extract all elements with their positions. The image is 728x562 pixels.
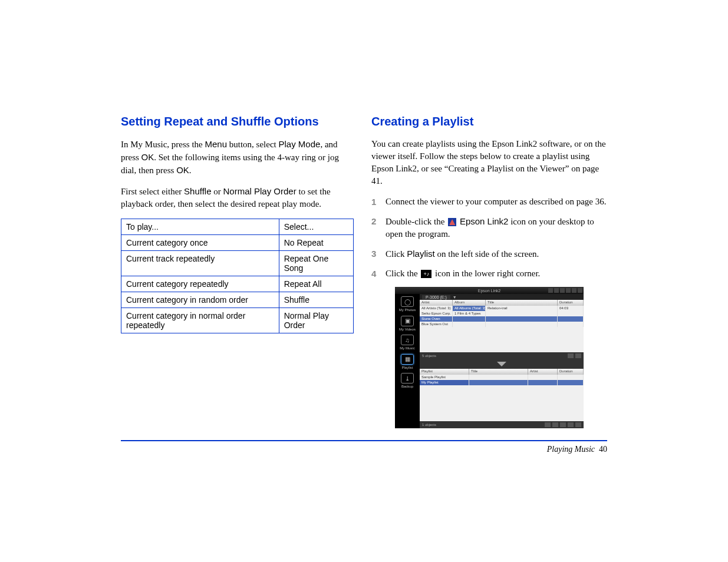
window-title: Epson Link2 [478, 289, 501, 293]
table-header-select: Select... [279, 219, 353, 235]
epson-link2-screenshot: Epson Link2 ◯My Photos ▣My Videos ♫My Mu… [395, 287, 584, 428]
status-text: 1 objects [422, 423, 436, 427]
window-titlebar: Epson Link2 [395, 287, 584, 294]
text: on the left side of the screen. [435, 249, 539, 259]
page-content: Setting Repeat and Shuffle Options In My… [121, 115, 607, 454]
repeat-options-table: To play... Select... Current category on… [121, 219, 354, 333]
footer-section: Playing Music [547, 445, 595, 454]
col-playlist[interactable]: Playlist [420, 369, 469, 375]
text: Click the [386, 269, 420, 278]
app-toolbar: P-3000 (E:) ▼ [420, 294, 584, 300]
ui-label-normal-order: Normal Play Order [223, 186, 297, 196]
col-album[interactable]: Album [453, 300, 486, 306]
upper-grid-body[interactable]: All Artists (Total: 3)All Albums (Total:… [420, 306, 584, 352]
col-duration[interactable]: Duration [558, 300, 584, 306]
list-item: Blue System Out [420, 322, 584, 327]
table-row: Current category repeatedlyRepeat All [121, 276, 354, 292]
sidebar-item-music[interactable]: ♫My Music [397, 335, 418, 351]
action-icon[interactable] [575, 353, 581, 358]
text: . Set the following items using the 4-wa… [121, 153, 339, 175]
backup-icon: ⤓ [401, 373, 414, 384]
table-row: Current category in random orderShuffle [121, 292, 354, 308]
text: In My Music, press the [121, 140, 205, 149]
action-icon[interactable] [568, 422, 574, 427]
para-playmode-intro: In My Music, press the Menu button, sele… [121, 138, 354, 177]
col-artist[interactable]: Artist [528, 369, 558, 375]
col-title[interactable]: Title [486, 300, 558, 306]
para-shuffle-order: First select either Shuffle or Normal Pl… [121, 185, 354, 210]
table-row: Current track repeatedlyRepeat One Song [121, 251, 354, 276]
col-duration[interactable]: Duration [558, 369, 584, 375]
ui-label-ok: OK [176, 165, 189, 175]
app-sidebar: ◯My Photos ▣My Videos ♫My Music ▦Playlis… [395, 294, 420, 428]
upper-grid-header: Artist Album Title Duration [420, 300, 584, 306]
ui-label-epson-link2: Epson Link2 [460, 216, 509, 226]
action-icon[interactable] [560, 422, 566, 427]
ui-label-ok: OK [141, 152, 154, 162]
step-1: Connect the viewer to your computer as d… [371, 196, 607, 208]
status-text: 5 objects [422, 354, 436, 358]
list-item: My Playlist [420, 380, 584, 385]
playlist-icon: ▦ [401, 354, 414, 365]
lower-status-bar: 1 objects [420, 421, 584, 428]
add-playlist-icon[interactable] [545, 422, 551, 427]
list-item: Seiko Epson Corp.1 Film & 4 Types [420, 311, 584, 316]
lower-grid-body[interactable]: Sample Playlist My Playlist [420, 375, 584, 421]
dropdown-icon[interactable]: ▼ [453, 295, 457, 299]
step-2: Double-click the Epson Link2 icon on you… [371, 215, 607, 240]
text: or [212, 187, 223, 196]
window-controls [548, 288, 582, 293]
ui-label-playmode: Play Mode [279, 139, 321, 149]
col-title[interactable]: Title [469, 369, 528, 375]
sidebar-item-playlist[interactable]: ▦Playlist [397, 354, 418, 370]
ui-label-playlist: Playlist [407, 249, 435, 259]
page-number: 40 [599, 445, 607, 454]
camera-icon: ◯ [401, 296, 414, 307]
text: button, select [227, 140, 278, 149]
delete-icon[interactable] [568, 353, 574, 358]
right-column: Creating a Playlist You can create playl… [371, 115, 607, 428]
list-item: Sample Playlist [420, 375, 584, 380]
left-column: Setting Repeat and Shuffle Options In My… [121, 115, 354, 428]
footer-rule [121, 440, 607, 441]
list-item: All Artists (Total: 3)All Albums (Total:… [420, 306, 584, 311]
text: First select either [121, 187, 184, 196]
add-playlist-icon: +♪ [421, 270, 431, 278]
text: icon in the lower right corner. [433, 269, 540, 278]
table-row: Current category in normal order repeate… [121, 308, 354, 333]
lower-grid-header: Playlist Title Artist Duration [420, 369, 584, 375]
table-header-toplay: To play... [121, 219, 279, 235]
heading-creating-playlist: Creating a Playlist [371, 115, 607, 128]
arrow-down-icon [497, 362, 506, 366]
transfer-arrow [420, 359, 584, 369]
text: Double-click the [386, 217, 447, 226]
epson-link2-icon [448, 218, 456, 226]
list-item: Stone Oven [420, 316, 584, 322]
table-row: Current category onceNo Repeat [121, 235, 354, 251]
sidebar-item-backup[interactable]: ⤓Backup [397, 373, 418, 389]
step-3: Click Playlist on the left side of the s… [371, 247, 607, 260]
steps-list: Connect the viewer to your computer as d… [371, 196, 607, 280]
ui-label-menu: Menu [205, 139, 228, 149]
action-icon[interactable] [575, 422, 581, 427]
upper-status-bar: 5 objects [420, 352, 584, 359]
col-artist[interactable]: Artist [420, 300, 453, 306]
heading-repeat-shuffle: Setting Repeat and Shuffle Options [121, 115, 354, 128]
step-4: Click the +♪ icon in the lower right cor… [371, 267, 607, 280]
ui-label-shuffle: Shuffle [184, 186, 211, 196]
sidebar-item-photos[interactable]: ◯My Photos [397, 296, 418, 312]
music-icon: ♫ [401, 335, 414, 345]
drive-selector[interactable]: P-3000 (E:) [422, 295, 450, 299]
page-footer: Playing Music 40 [121, 445, 607, 454]
para-playlist-intro: You can create playlists using the Epson… [371, 138, 607, 187]
video-icon: ▣ [401, 316, 414, 326]
text: Click [386, 249, 407, 259]
action-icon[interactable] [552, 422, 558, 427]
text: . [189, 166, 192, 175]
sidebar-item-videos[interactable]: ▣My Videos [397, 316, 418, 332]
